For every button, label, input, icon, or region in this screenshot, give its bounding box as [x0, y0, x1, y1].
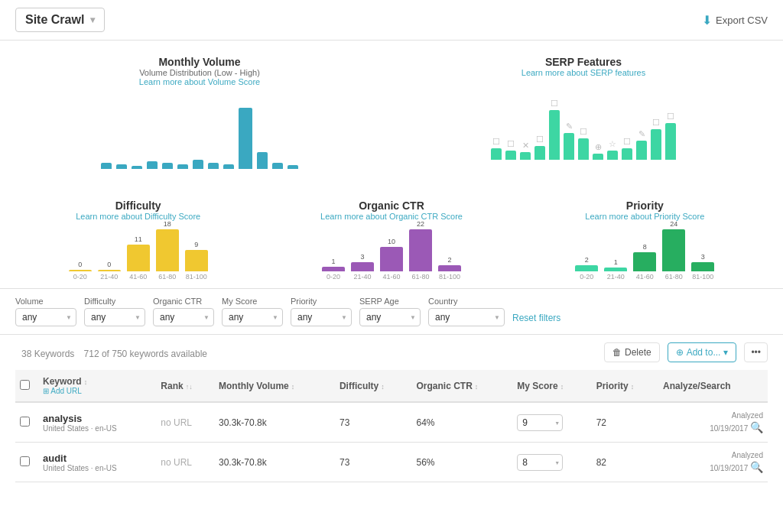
row-my-score: 9	[512, 402, 591, 443]
header-checkbox-col	[15, 370, 38, 402]
top-bar: Site Crawl ▾ ⬇ Export CSV	[0, 0, 783, 41]
row-checkbox[interactable]	[20, 456, 30, 466]
organic-ctr-select[interactable]: any	[153, 308, 214, 326]
mv-sort-icon: ↕	[291, 383, 295, 391]
keyword-country: United States · en-US	[43, 464, 151, 472]
country-select[interactable]: any	[428, 308, 505, 326]
pri-sort-icon: ↕	[631, 383, 635, 391]
export-csv-label: Export CSV	[716, 15, 768, 26]
diff-sort-icon: ↕	[381, 383, 385, 391]
monthly-volume-link[interactable]: Learn more about Volume Score	[23, 77, 376, 86]
difficulty-panel: Difficulty Learn more about Difficulty S…	[15, 196, 261, 284]
row-checkbox[interactable]	[20, 417, 30, 427]
header-analyze-search: Analyze/Search	[658, 370, 768, 402]
filters-row: Volume any Difficulty any Organic CTR an…	[0, 289, 783, 335]
difficulty-chart: 0 0-20 0 21-40 11 41-60 18 61-80 9	[19, 227, 257, 281]
serp-age-select[interactable]: any	[359, 308, 421, 326]
priority-filter-label: Priority	[291, 297, 352, 306]
ms-sort-icon: ↕	[560, 383, 564, 391]
search-button[interactable]: 🔍	[750, 421, 763, 433]
more-options-button[interactable]: •••	[744, 342, 768, 362]
monthly-volume-title: Monthly Volume	[23, 56, 376, 68]
ctr-sort-icon: ↕	[475, 383, 479, 391]
organic-ctr-filter: Organic CTR any	[153, 297, 214, 326]
organic-ctr-chart: 1 0-20 3 21-40 10 41-60 22 61-80 2	[272, 227, 510, 281]
priority-panel: Priority Learn more about Priority Score…	[522, 196, 768, 284]
serp-title: SERP Features	[407, 56, 760, 68]
keywords-count-number: 38 Keywords	[21, 349, 74, 359]
row-my-score: 8	[512, 443, 591, 482]
add-url-link[interactable]: ⊞ Add URL	[43, 387, 151, 395]
priority-link[interactable]: Learn more about Priority Score	[526, 212, 764, 221]
site-crawl-title: Site Crawl	[25, 13, 84, 27]
analyzed-label: Analyzed	[732, 411, 763, 420]
header-keyword: Keyword↕ ⊞ Add URL	[38, 370, 156, 402]
monthly-volume-subtitle: Volume Distribution (Low - High)	[23, 68, 376, 77]
table-row: analysis United States · en-US no URL 30…	[15, 402, 768, 443]
row-keyword-col: analysis United States · en-US	[38, 402, 156, 443]
select-all-checkbox[interactable]	[20, 380, 30, 390]
keywords-available: 712 of 750 keywords available	[84, 349, 207, 359]
table-header-row: Keyword↕ ⊞ Add URL Rank↑↓ Monthly Volume…	[15, 370, 768, 402]
row-organic-ctr: 64%	[412, 402, 513, 443]
serp-age-filter-label: SERP Age	[359, 297, 421, 306]
row-priority: 82	[592, 443, 658, 482]
charts-section: Monthly Volume Volume Distribution (Low …	[0, 41, 783, 188]
organic-ctr-link[interactable]: Learn more about Organic CTR Score	[272, 212, 510, 221]
search-button[interactable]: 🔍	[750, 461, 763, 473]
header-difficulty: Difficulty↕	[335, 370, 412, 402]
plus-icon: ⊕	[676, 347, 684, 358]
difficulty-select[interactable]: any	[84, 308, 145, 326]
delete-label: Delete	[625, 347, 651, 358]
keywords-header: 38 Keywords 712 of 750 keywords availabl…	[15, 342, 768, 362]
header-priority: Priority↕	[592, 370, 658, 402]
serp-features-panel: SERP Features Learn more about SERP feat…	[399, 48, 768, 177]
keyword-name: analysis	[43, 413, 151, 424]
header-organic-ctr: Organic CTR↕	[412, 370, 513, 402]
add-to-button[interactable]: ⊕ Add to... ▾	[668, 342, 737, 362]
export-csv-button[interactable]: ⬇ Export CSV	[702, 13, 768, 28]
header-rank: Rank↑↓	[156, 370, 214, 402]
more-icon: •••	[751, 347, 761, 358]
monthly-volume-panel: Monthly Volume Volume Distribution (Low …	[15, 48, 384, 177]
row-difficulty: 73	[335, 402, 412, 443]
organic-ctr-filter-label: Organic CTR	[153, 297, 214, 306]
row-analyze-search: Analyzed 10/19/2017 🔍	[658, 443, 768, 482]
my-score-row-select[interactable]: 9	[517, 414, 563, 431]
keywords-section: 38 Keywords 712 of 750 keywords availabl…	[0, 335, 783, 490]
add-chevron-icon: ▾	[723, 347, 728, 358]
priority-filter: Priority any	[291, 297, 352, 326]
keywords-count: 38 Keywords 712 of 750 keywords availabl…	[15, 346, 207, 359]
row-checkbox-col	[15, 443, 38, 482]
site-crawl-dropdown[interactable]: Site Crawl ▾	[15, 8, 105, 32]
row-keyword-col: audit United States · en-US	[38, 443, 156, 482]
analyzed-date: 10/19/2017	[710, 464, 748, 472]
difficulty-link[interactable]: Learn more about Difficulty Score	[19, 212, 257, 221]
row-monthly-volume: 30.3k-70.8k	[214, 443, 335, 482]
add-to-label: Add to...	[687, 347, 721, 358]
delete-button[interactable]: 🗑 Delete	[604, 342, 660, 362]
organic-ctr-title: Organic CTR	[272, 200, 510, 212]
rank-value: no URL	[161, 457, 192, 468]
keyword-name: audit	[43, 453, 151, 464]
row-organic-ctr: 56%	[412, 443, 513, 482]
volume-select-wrapper: any	[15, 308, 76, 326]
trash-icon: 🗑	[612, 347, 622, 358]
volume-select[interactable]: any	[15, 308, 76, 326]
serp-link[interactable]: Learn more about SERP features	[407, 68, 760, 77]
monthly-volume-chart	[23, 92, 376, 169]
serp-chart: ☐ ☐ ✕ ☐ ☐ ✎ ☐ ⊕ ☆ ☐ ✎ ☐ ☐	[407, 83, 760, 160]
download-icon: ⬇	[702, 13, 712, 28]
header-my-score: My Score↕	[512, 370, 591, 402]
priority-select[interactable]: any	[291, 308, 352, 326]
bottom-charts-row: Difficulty Learn more about Difficulty S…	[0, 188, 783, 289]
rank-value: no URL	[161, 417, 192, 428]
reset-filters-button[interactable]: Reset filters	[512, 313, 560, 326]
my-score-select[interactable]: any	[222, 308, 283, 326]
keyword-country: United States · en-US	[43, 424, 151, 433]
my-score-filter-label: My Score	[222, 297, 283, 306]
difficulty-filter: Difficulty any	[84, 297, 145, 326]
my-score-row-select[interactable]: 8	[517, 454, 563, 471]
row-rank: no URL	[156, 402, 214, 443]
priority-title: Priority	[526, 200, 764, 212]
